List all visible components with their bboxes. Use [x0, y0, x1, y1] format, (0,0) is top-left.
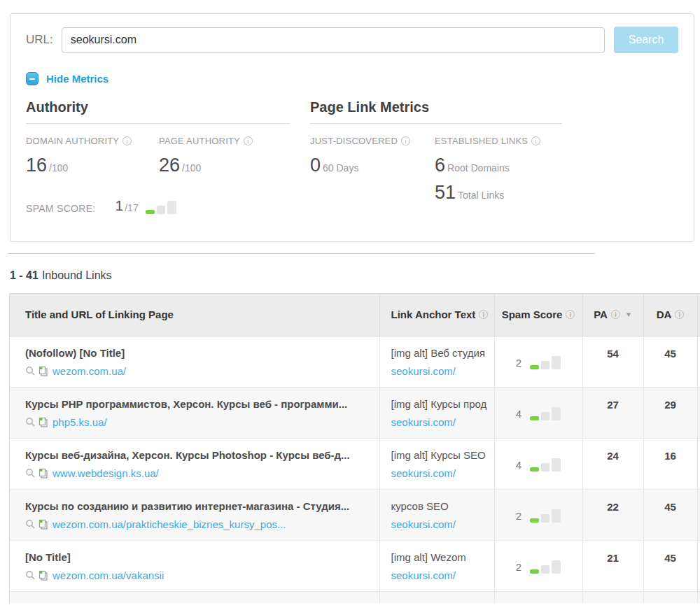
linking-page-title: Курсы PHP программистов, Херсон. Курсы в… — [25, 398, 372, 410]
metrics-panel: URL: Search Hide Metrics Authority DOMAI… — [10, 13, 694, 242]
link-anchor-text: [img alt] Курсы SEO — [391, 449, 490, 461]
domain-authority-label: DOMAIN AUTHORITY — [26, 136, 119, 146]
column-header-pa[interactable]: PA i ▼ — [582, 294, 643, 336]
page-authority-label: PAGE AUTHORITY — [159, 136, 240, 146]
linking-page-title: Курсы веб-дизайна, Херсон. Курсы Photosh… — [25, 449, 372, 461]
info-icon[interactable]: i — [675, 310, 684, 319]
column-header-anchor-text[interactable]: Link Anchor Text i — [379, 294, 494, 336]
root-domains-unit: Root Domains — [447, 162, 510, 173]
anchor-target-url[interactable]: seokursi.com/ — [391, 467, 456, 479]
total-links-unit: Total Links — [458, 190, 504, 201]
spam-score-bars-icon — [146, 201, 176, 214]
open-page-icon[interactable] — [38, 519, 48, 530]
open-page-icon[interactable] — [38, 570, 48, 581]
info-icon[interactable]: i — [479, 310, 488, 319]
linking-page-title: (Nofollow) [No Title] — [25, 347, 372, 359]
table-row: [No Title] wezom.com.ua/vakansii [i — [10, 540, 700, 591]
collapse-minus-icon[interactable] — [26, 72, 38, 85]
search-button[interactable]: Search — [614, 27, 678, 53]
hide-metrics-toggle[interactable]: Hide Metrics — [26, 72, 678, 85]
info-icon[interactable]: i — [244, 136, 253, 146]
authority-heading: Authority — [26, 99, 290, 124]
spam-score-metric: SPAM SCORE: 1 /17 — [26, 197, 290, 214]
column-header-title[interactable]: Title and URL of Linking Page — [10, 294, 379, 336]
root-domains-value: 6 — [435, 155, 445, 176]
link-anchor-text: [img alt] Wezom — [391, 551, 490, 563]
open-page-icon[interactable] — [38, 468, 48, 478]
anchor-target-url[interactable]: seokursi.com/ — [391, 569, 456, 581]
magnifier-icon[interactable] — [25, 519, 36, 530]
anchor-target-url[interactable]: seokursi.com/ — [391, 518, 456, 530]
open-page-icon[interactable] — [38, 417, 48, 427]
established-links-label: ESTABLISHED LINKS — [435, 136, 528, 146]
row-cutoff-cell — [697, 438, 700, 489]
linking-page-url[interactable]: php5.ks.ua/ — [52, 416, 107, 428]
row-cutoff-cell — [697, 387, 700, 438]
info-icon[interactable]: i — [401, 136, 410, 146]
linking-page-url[interactable]: wezom.com.ua/prakticheskie_biznes_kursy_… — [52, 518, 286, 530]
linking-page-url[interactable]: wezom.com.ua/ — [52, 365, 126, 377]
table-row-partial — [10, 591, 700, 603]
row-pa-value: 24 — [582, 438, 643, 489]
anchor-target-url[interactable]: seokursi.com/ — [391, 365, 456, 377]
link-anchor-text: [img alt] Курсы прод — [391, 398, 490, 410]
table-row: Курсы веб-дизайна, Херсон. Курсы Photosh… — [10, 438, 700, 489]
link-anchor-text: курсов SEO — [391, 500, 490, 512]
metrics-grid: Authority DOMAIN AUTHORITY i 16/100 PAGE… — [26, 99, 678, 214]
row-pa-value: 22 — [582, 489, 643, 540]
url-label: URL: — [26, 33, 53, 47]
magnifier-icon[interactable] — [25, 366, 36, 376]
spam-score-number: 2 — [516, 561, 522, 573]
spam-score-number: 4 — [516, 459, 522, 471]
open-page-icon[interactable] — [38, 366, 48, 376]
spam-score-bars-icon — [530, 458, 561, 471]
spam-score-number: 2 — [516, 357, 522, 369]
row-spam-score: 2 — [495, 506, 582, 523]
info-icon[interactable]: i — [566, 310, 575, 319]
just-discovered-unit: 60 Days — [323, 162, 358, 173]
spam-score-value: 1 — [115, 197, 124, 214]
info-icon[interactable]: i — [611, 310, 620, 319]
row-spam-score: 2 — [495, 353, 582, 369]
inbound-links-range: 1 - 41 — [10, 269, 38, 281]
row-spam-score: 4 — [495, 455, 582, 471]
domain-authority-denominator: /100 — [49, 162, 68, 173]
row-spam-score: 4 — [495, 404, 582, 420]
spam-score-bars-icon — [530, 560, 561, 574]
spam-score-number: 2 — [516, 510, 522, 522]
link-anchor-text: [img alt] Веб студия — [391, 347, 490, 359]
just-discovered-metric: JUST-DISCOVERED i 060 Days — [310, 136, 435, 204]
spam-score-number: 4 — [516, 408, 522, 420]
info-icon[interactable]: i — [122, 136, 132, 146]
spam-score-bars-icon — [530, 509, 561, 523]
column-header-spam-score[interactable]: Spam Score i — [494, 294, 582, 336]
row-da-value: 45 — [643, 336, 697, 387]
magnifier-icon[interactable] — [25, 417, 36, 427]
linking-page-title: Курсы по созданию и развитию интернет-ма… — [25, 500, 372, 512]
column-header-cutoff — [697, 294, 700, 336]
established-links-metric: ESTABLISHED LINKS i 6Root Domains 51Tota… — [435, 136, 540, 204]
magnifier-icon[interactable] — [25, 468, 36, 478]
row-spam-score: 2 — [495, 558, 582, 574]
domain-authority-metric: DOMAIN AUTHORITY i 16/100 — [26, 136, 159, 176]
table-header-row: Title and URL of Linking Page Link Ancho… — [10, 294, 700, 336]
sort-descending-icon[interactable]: ▼ — [625, 311, 632, 318]
spam-score-bars-icon — [530, 407, 561, 420]
column-header-da[interactable]: DA i — [643, 294, 697, 336]
spam-score-bars-icon — [530, 356, 561, 369]
page-authority-value: 26 — [159, 155, 180, 176]
row-pa-value: 21 — [582, 540, 643, 591]
linking-page-url[interactable]: wezom.com.ua/vakansii — [52, 569, 164, 581]
inbound-links-table: Title and URL of Linking Page Link Ancho… — [9, 293, 700, 603]
url-input[interactable] — [62, 27, 605, 53]
linking-page-url[interactable]: www.webdesign.ks.ua/ — [52, 467, 159, 479]
anchor-target-url[interactable]: seokursi.com/ — [391, 416, 456, 428]
domain-authority-value: 16 — [26, 155, 47, 176]
info-icon[interactable]: i — [531, 136, 540, 146]
page-authority-metric: PAGE AUTHORITY i 26/100 — [159, 136, 253, 176]
authority-section: Authority DOMAIN AUTHORITY i 16/100 PAGE… — [26, 99, 290, 214]
magnifier-icon[interactable] — [25, 570, 36, 581]
section-divider — [8, 253, 595, 254]
page-link-metrics-heading: Page Link Metrics — [310, 99, 562, 124]
hide-metrics-label: Hide Metrics — [46, 73, 108, 85]
